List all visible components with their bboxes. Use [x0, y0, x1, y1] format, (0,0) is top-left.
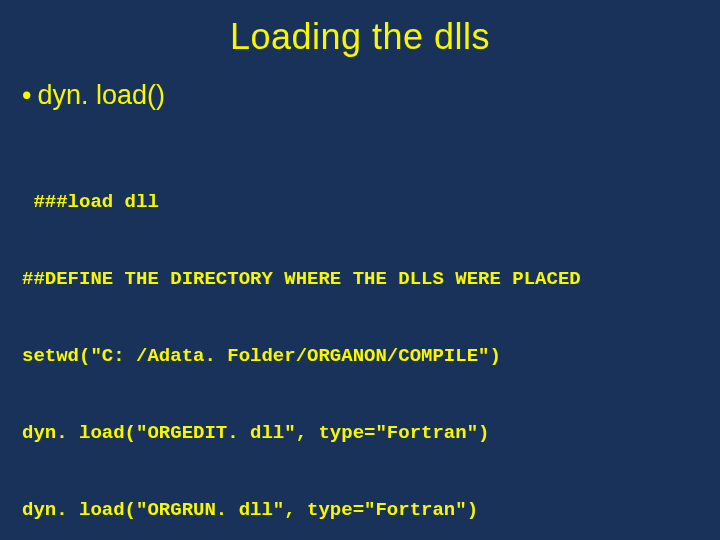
- bullet-text: dyn. load(): [37, 80, 165, 110]
- bullet-item: •dyn. load(): [18, 80, 702, 111]
- code-line-2: ##DEFINE THE DIRECTORY WHERE THE DLLS WE…: [22, 267, 702, 293]
- code-line-1: ###load dll: [22, 190, 702, 216]
- code-line-4: dyn. load("ORGEDIT. dll", type="Fortran"…: [22, 421, 702, 447]
- code-line-5: dyn. load("ORGRUN. dll", type="Fortran"): [22, 498, 702, 524]
- slide-container: Loading the dlls •dyn. load() ###load dl…: [0, 0, 720, 540]
- bullet-marker: •: [22, 80, 31, 110]
- code-block: ###load dll ##DEFINE THE DIRECTORY WHERE…: [18, 139, 702, 540]
- slide-title: Loading the dlls: [18, 16, 702, 58]
- code-line-3: setwd("C: /Adata. Folder/ORGANON/COMPILE…: [22, 344, 702, 370]
